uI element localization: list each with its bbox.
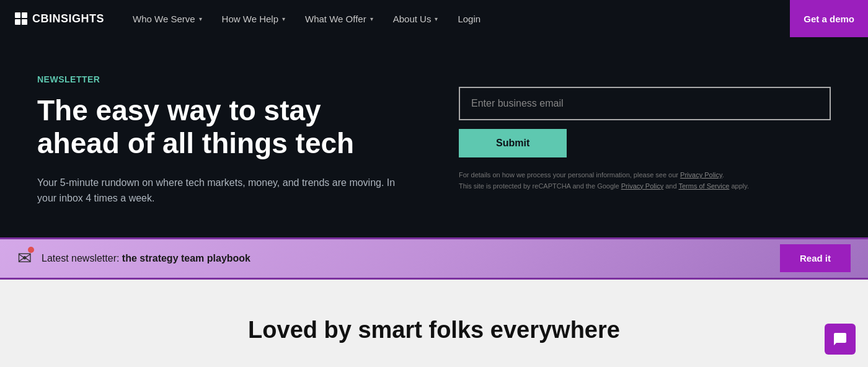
chevron-down-icon: ▾ bbox=[199, 15, 202, 22]
newsletter-text: Latest newsletter: the strategy team pla… bbox=[42, 253, 780, 264]
login-link[interactable]: Login bbox=[449, 9, 489, 29]
hero-left: Newsletter The easy way to stay ahead of… bbox=[37, 74, 409, 206]
submit-button[interactable]: Submit bbox=[459, 129, 567, 157]
google-privacy-link[interactable]: Privacy Policy bbox=[621, 182, 663, 190]
get-demo-button[interactable]: Get a demo bbox=[790, 0, 868, 37]
nav-item-what-we-offer[interactable]: What We Offer ▾ bbox=[296, 9, 382, 29]
email-input[interactable] bbox=[459, 87, 831, 120]
hero-tag: Newsletter bbox=[37, 74, 409, 84]
chat-button[interactable] bbox=[825, 324, 856, 355]
privacy-policy-link[interactable]: Privacy Policy bbox=[680, 171, 722, 179]
nav-links: Who We Serve ▾ How We Help ▾ What We Off… bbox=[124, 9, 853, 29]
nav-item-who-we-serve[interactable]: Who We Serve ▾ bbox=[124, 9, 211, 29]
logo-icon bbox=[15, 12, 27, 25]
bottom-section: Loved by smart folks everywhere bbox=[0, 280, 868, 367]
nav-item-how-we-help[interactable]: How We Help ▾ bbox=[213, 9, 294, 29]
newsletter-banner: ✉ Latest newsletter: the strategy team p… bbox=[0, 237, 868, 280]
logo[interactable]: CBINSIGHTS bbox=[15, 12, 104, 25]
chevron-down-icon: ▾ bbox=[435, 15, 438, 22]
privacy-text: For details on how we process your perso… bbox=[459, 170, 831, 192]
navbar: CBINSIGHTS Who We Serve ▾ How We Help ▾ … bbox=[0, 0, 868, 37]
chevron-down-icon: ▾ bbox=[370, 15, 373, 22]
hero-description: Your 5-minute rundown on where tech mark… bbox=[37, 175, 409, 206]
logo-text: CBINSIGHTS bbox=[32, 12, 104, 25]
hero-right: Submit For details on how we process you… bbox=[459, 74, 831, 192]
tos-link[interactable]: Terms of Service bbox=[678, 182, 729, 190]
read-it-button[interactable]: Read it bbox=[780, 244, 851, 272]
chevron-down-icon: ▾ bbox=[282, 15, 285, 22]
notification-dot bbox=[28, 247, 34, 253]
hero-title: The easy way to stay ahead of all things… bbox=[37, 94, 409, 160]
hero-section: Newsletter The easy way to stay ahead of… bbox=[0, 37, 868, 237]
chat-icon bbox=[833, 332, 848, 347]
newsletter-icon-wrapper: ✉ bbox=[17, 248, 32, 268]
nav-item-about-us[interactable]: About Us ▾ bbox=[384, 9, 447, 29]
loved-by-title: Loved by smart folks everywhere bbox=[12, 317, 856, 343]
